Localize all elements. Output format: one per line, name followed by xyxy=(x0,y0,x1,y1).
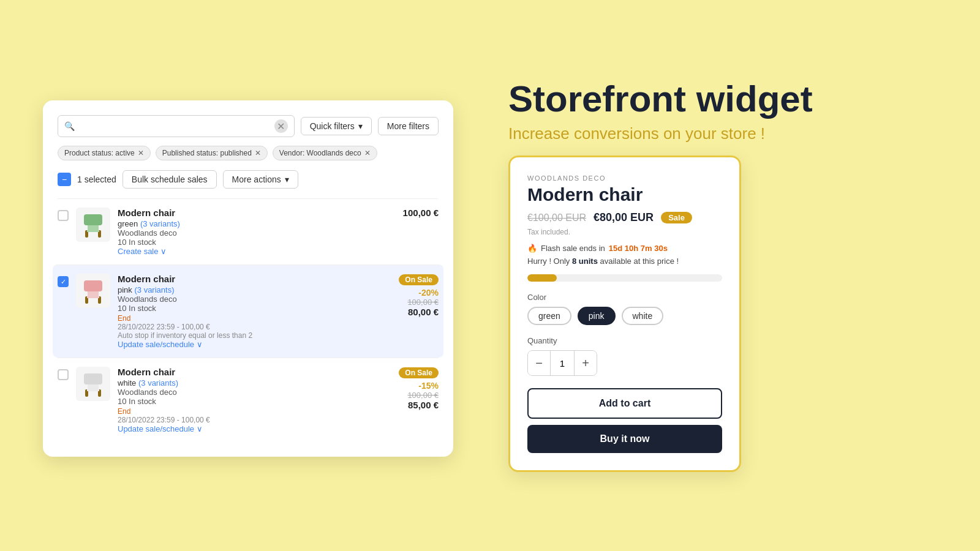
svg-rect-9 xyxy=(87,296,99,298)
product-vendor: Woodlands deco xyxy=(118,388,364,397)
on-sale-badge: On Sale xyxy=(399,274,439,285)
product-info-white: Modern chair white (3 variants) Woodland… xyxy=(118,367,364,433)
units-row: Hurry ! Only 8 units available at this p… xyxy=(527,257,722,266)
more-actions-button[interactable]: More actions ▾ xyxy=(223,170,298,189)
product-price-white: On Sale -15% 100,00 € 85,00 € xyxy=(371,367,439,410)
sale-end-label: End xyxy=(118,407,364,416)
svg-rect-0 xyxy=(84,214,102,225)
storefront-widget: WOODLANDS DECO Modern chair €100,00 EUR … xyxy=(508,156,741,472)
fire-icon: 🔥 xyxy=(527,244,537,253)
variants-link[interactable]: (3 variants) xyxy=(134,285,174,294)
variants-link[interactable]: (3 variants) xyxy=(140,219,180,228)
more-actions-label: More actions xyxy=(232,174,281,184)
svg-rect-14 xyxy=(87,389,99,391)
product-list: Modern chair green (3 variants) Woodland… xyxy=(58,198,439,442)
active-filters: Product status: active ✕ Published statu… xyxy=(58,146,439,160)
filter-tag-label: Published status: published xyxy=(162,149,252,157)
auto-stop: Auto stop if inventory equal or less tha… xyxy=(118,331,364,340)
color-options: green pink white xyxy=(527,307,722,325)
color-label: Color xyxy=(527,293,722,302)
quantity-stepper: − + xyxy=(527,350,597,376)
admin-panel-section: 🔍 chair ✕ Quick filters ▾ More filters P… xyxy=(24,94,484,457)
price-main: 100,00 € xyxy=(371,208,439,218)
price-sale: 85,00 € xyxy=(371,400,439,410)
svg-rect-5 xyxy=(84,280,102,291)
search-icon: 🔍 xyxy=(64,121,75,131)
sale-end-date: 28/10/2022 23:59 - 100,00 € xyxy=(118,416,364,424)
units-suffix: available at this price ! xyxy=(600,257,679,266)
svg-rect-11 xyxy=(88,384,99,389)
widget-sale-badge: Sale xyxy=(661,212,692,223)
product-name: Modern chair xyxy=(118,274,364,284)
color-chip-white[interactable]: white xyxy=(622,307,664,325)
add-to-cart-button[interactable]: Add to cart xyxy=(527,388,722,419)
product-stock: 10 In stock xyxy=(118,238,364,247)
widget-product-name: Modern chair xyxy=(527,184,722,205)
admin-panel: 🔍 chair ✕ Quick filters ▾ More filters P… xyxy=(43,100,453,457)
selected-count: 1 selected xyxy=(77,174,116,184)
widget-price-row: €100,00 EUR €80,00 EUR Sale xyxy=(527,211,722,224)
product-image-white xyxy=(76,367,110,401)
flash-row: 🔥 Flash sale ends in 15d 10h 7m 30s xyxy=(527,244,722,253)
flash-time: 15d 10h 7m 30s xyxy=(609,244,668,253)
product-checkbox-white[interactable] xyxy=(58,369,69,380)
product-info-green: Modern chair green (3 variants) Woodland… xyxy=(118,208,364,256)
table-row: Modern chair green (3 variants) Woodland… xyxy=(58,198,439,264)
bulk-action-bar: − 1 selected Bulk schedule sales More ac… xyxy=(58,170,439,189)
product-checkbox-pink[interactable]: ✓ xyxy=(58,276,69,287)
product-variant: pink (3 variants) xyxy=(118,285,364,294)
hero-text: Storefront widget Increase conversions o… xyxy=(508,79,956,156)
color-chip-green[interactable]: green xyxy=(527,307,571,325)
product-info-pink: Modern chair pink (3 variants) Woodlands… xyxy=(118,274,364,349)
quantity-label: Quantity xyxy=(527,336,722,345)
table-row: ✓ Modern chair pink (3 variants) xyxy=(53,264,443,358)
color-chip-pink[interactable]: pink xyxy=(578,307,616,325)
product-vendor: Woodlands deco xyxy=(118,228,364,238)
more-filters-button[interactable]: More filters xyxy=(378,117,439,135)
svg-rect-4 xyxy=(87,230,99,232)
filter-tag-label: Product status: active xyxy=(64,149,135,157)
progress-bar xyxy=(527,274,722,282)
quick-filters-label: Quick filters xyxy=(310,121,355,131)
remove-filter-status[interactable]: ✕ xyxy=(138,149,144,157)
chevron-down-icon: ▾ xyxy=(358,121,363,131)
product-image-pink xyxy=(76,274,110,308)
price-original: 100,00 € xyxy=(371,391,439,400)
clear-search-button[interactable]: ✕ xyxy=(274,119,288,133)
on-sale-badge: On Sale xyxy=(399,367,439,378)
bulk-schedule-button[interactable]: Bulk schedule sales xyxy=(123,170,217,189)
create-sale-link[interactable]: Create sale ∨ xyxy=(118,247,364,256)
product-price-pink: On Sale -20% 100,00 € 80,00 € xyxy=(371,274,439,317)
product-vendor: Woodlands deco xyxy=(118,294,364,304)
update-sale-link-white[interactable]: Update sale/schedule ∨ xyxy=(118,424,364,433)
filter-tag-vendor: Vendor: Woodlands deco ✕ xyxy=(273,146,377,160)
filter-tag-label: Vendor: Woodlands deco xyxy=(279,149,361,157)
buy-now-button[interactable]: Buy it now xyxy=(527,425,722,453)
widget-sale-price: €80,00 EUR xyxy=(594,211,654,224)
select-all-checkbox[interactable]: − xyxy=(58,173,71,186)
product-variant: green (3 variants) xyxy=(118,219,364,228)
filter-tag-published: Published status: published ✕ xyxy=(156,146,268,160)
svg-rect-6 xyxy=(88,291,99,296)
product-checkbox-green[interactable] xyxy=(58,210,69,221)
search-box: 🔍 chair ✕ xyxy=(58,115,295,137)
hero-title: Storefront widget xyxy=(508,79,956,119)
product-name: Modern chair xyxy=(118,367,364,377)
variants-link[interactable]: (3 variants) xyxy=(138,378,178,388)
update-sale-link[interactable]: Update sale/schedule ∨ xyxy=(118,340,364,349)
hero-subtitle: Increase conversions on your store ! xyxy=(508,124,956,143)
qty-input[interactable] xyxy=(550,351,575,375)
quantity-row: − + xyxy=(527,350,722,376)
quick-filters-button[interactable]: Quick filters ▾ xyxy=(301,117,372,135)
discount-pct: -20% xyxy=(371,288,439,298)
qty-plus-button[interactable]: + xyxy=(575,351,597,375)
qty-minus-button[interactable]: − xyxy=(528,351,550,375)
svg-rect-10 xyxy=(84,373,102,384)
product-name: Modern chair xyxy=(118,208,364,218)
remove-filter-vendor[interactable]: ✕ xyxy=(364,149,371,157)
sale-end-label: End xyxy=(118,314,364,323)
search-input[interactable]: chair xyxy=(80,121,270,131)
table-row: Modern chair white (3 variants) Woodland… xyxy=(58,358,439,442)
sale-end-date: 28/10/2022 23:59 - 100,00 € xyxy=(118,323,364,331)
remove-filter-published[interactable]: ✕ xyxy=(255,149,261,157)
